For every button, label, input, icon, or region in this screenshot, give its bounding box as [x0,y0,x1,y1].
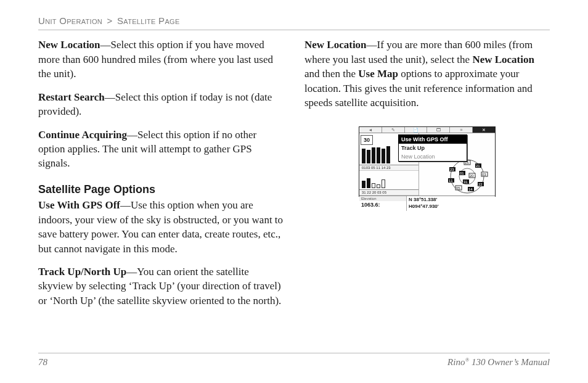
section-heading: Satellite Page Options [38,182,284,197]
breadcrumb-section: Unit Operation [38,15,102,26]
para-gps-off: Use With GPS Off—Use this option when yo… [38,198,284,256]
para-restart-search: Restart Search—Select this option if tod… [38,90,284,119]
options-menu-popup: Use With GPS Off Track Up New Location [398,134,467,162]
coords-cell: N 38°51.338' H094°47.930' [407,196,495,211]
elevation-value: 1063.6: [361,201,404,208]
right-column: New Location—If you are more than 600 mi… [304,38,550,316]
satellite-count: 30 [361,135,373,145]
breadcrumb: Unit Operation > Satellite Page [38,15,550,27]
para-right-new-location: New Location—If you are more than 600 mi… [304,38,550,110]
bar [362,149,365,163]
svg-text:31: 31 [463,180,468,184]
term-right-new-location-1: New Location [304,39,367,51]
bar [372,147,375,163]
elevation-cell: Elevation 1063.6: [359,196,407,211]
bar [367,178,370,188]
edit-icon: ✎ [382,127,405,133]
svg-text:22: 22 [478,183,483,186]
term-right-use-map: Use Map [358,68,398,80]
window-icon: 🗖 [427,127,450,133]
svg-text:11: 11 [449,179,453,183]
bar [367,150,370,163]
bar [372,183,375,188]
manual-title-pre: Rino [447,357,465,367]
bar [362,181,365,188]
device-body: 30 0103 05 11 14 23 [359,133,495,211]
elevation-label: Elevation [359,196,406,201]
coords-lon: H094°47.930' [409,204,493,210]
svg-text:05: 05 [456,186,460,190]
bar [382,149,385,163]
term-new-location: New Location [38,39,100,51]
signal-row-1-label: 0103 05 11 14 23 [359,165,419,171]
gps-device-screen: ◄ ✎ 📄 🗖 ≡ ✕ 30 [359,126,496,197]
breadcrumb-page: Satellite Page [117,15,180,26]
breadcrumb-separator: > [105,15,114,26]
content-columns: New Location—Select this option if you h… [38,38,550,316]
bar [382,179,385,188]
menu-item-gps-off[interactable]: Use With GPS Off [399,135,467,144]
svg-text:14: 14 [468,187,473,191]
manual-title-post: 130 Owner’s Manual [469,357,550,367]
page-number: 78 [38,356,47,368]
back-icon: ◄ [359,127,382,133]
text-right-2: and then the [304,68,358,80]
menu-item-track-up[interactable]: Track Up [399,144,467,152]
header-rule [38,30,550,30]
bar [377,184,380,188]
bar [377,147,380,163]
svg-text:20: 20 [470,174,474,178]
signal-row-2-label: 31 22 20 03 05 [359,190,419,196]
manual-title: Rino® 130 Owner’s Manual [447,356,550,368]
close-icon: ✕ [473,127,495,133]
page-icon: 📄 [405,127,428,133]
device-main: 30 0103 05 11 14 23 [359,133,495,196]
term-gps-off: Use With GPS Off [38,199,120,211]
skyview-icon: 15 21 03 22 14 05 11 23 01 [441,159,494,194]
term-right-new-location-2: New Location [472,54,534,65]
menu-icon: ≡ [450,127,473,133]
figure-satellite-menu: ◄ ✎ 📄 🗖 ≡ ✕ 30 [304,126,550,212]
device-toolbar: ◄ ✎ 📄 🗖 ≡ ✕ [359,127,495,133]
sky-zone: Use With GPS Off Track Up New Location 1… [419,133,495,196]
term-restart-search: Restart Search [38,91,105,103]
svg-text:01: 01 [460,171,464,175]
para-continue-acquiring: Continue Acquiring—Select this option if… [38,128,284,171]
menu-item-new-location[interactable]: New Location [399,152,467,161]
svg-text:03: 03 [482,173,486,176]
term-continue-acquiring: Continue Acquiring [38,129,127,141]
para-new-location: New Location—Select this option if you h… [38,38,284,81]
device-status-bar: Elevation 1063.6: N 38°51.338' H094°47.9… [359,196,495,211]
manual-page: Unit Operation > Satellite Page New Loca… [0,0,588,383]
signal-row-2 [359,171,419,190]
bar [386,146,390,163]
left-column: New Location—Select this option if you h… [38,38,284,316]
svg-text:21: 21 [476,164,480,168]
para-track-up: Track Up/North Up—You can orient the sat… [38,265,284,308]
svg-text:23: 23 [450,168,454,171]
page-footer: 78 Rino® 130 Owner’s Manual [38,353,550,368]
coords-lat: N 38°51.338' [409,197,493,204]
term-track-up: Track Up/North Up [38,266,126,278]
